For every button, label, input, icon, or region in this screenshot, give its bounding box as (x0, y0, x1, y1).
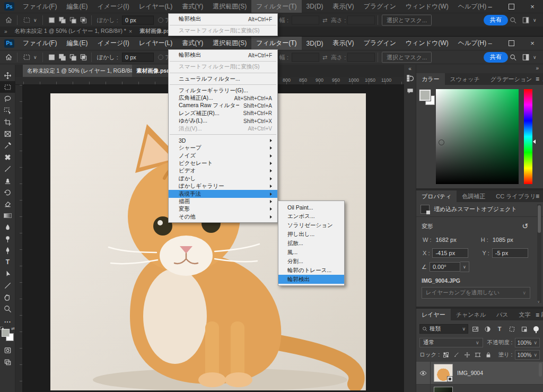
chevron-down-icon[interactable]: ∨ (460, 262, 469, 272)
filter-menu-item[interactable]: ニューラルフィルター... (169, 75, 277, 82)
filter-smart-object-icon[interactable] (519, 325, 529, 333)
home-icon[interactable] (5, 16, 13, 24)
menu-item[interactable]: 3D(D) (302, 37, 328, 50)
panel-tab[interactable]: CC ライブラリ (491, 190, 541, 202)
selection-intersect-icon[interactable] (80, 53, 87, 61)
panel-tab[interactable]: プロパティ (416, 190, 457, 202)
chevron-down-icon[interactable]: ∨ (33, 18, 37, 23)
minimize-button[interactable]: – (479, 0, 501, 13)
selection-new-icon[interactable] (48, 16, 56, 24)
object-selection-tool[interactable] (0, 104, 15, 116)
menu-item[interactable]: 選択範囲(S) (208, 37, 251, 50)
filter-menu-item[interactable]: ぼかし (169, 175, 277, 182)
submenu-item[interactable]: Oil Paint... (278, 203, 344, 212)
panel-tab[interactable]: パス (491, 309, 514, 320)
filter-menu-item[interactable] (170, 61, 276, 62)
filter-menu-item[interactable]: ビデオ (169, 167, 277, 175)
expand-panels-icon[interactable]: « (404, 66, 416, 72)
home-icon[interactable] (5, 53, 13, 61)
menu-item[interactable]: 3D(D) (302, 0, 328, 13)
filter-menu-item[interactable]: 表現手法 (169, 190, 277, 197)
menu-item[interactable]: 編集(E) (62, 37, 92, 50)
layer-comp-select[interactable]: レイヤーカンプを適用しない ∨ (422, 287, 530, 299)
maximize-button[interactable] (501, 0, 522, 13)
blend-mode-select[interactable]: 通常 ∨ (419, 338, 483, 347)
menu-item[interactable]: レイヤー(L) (134, 37, 178, 50)
screen-mode-button[interactable] (0, 356, 15, 368)
selection-add-icon[interactable] (58, 53, 66, 61)
menu-item[interactable]: イメージ(I) (92, 37, 134, 50)
submenu-item[interactable]: エンボス... (278, 212, 344, 221)
close-button[interactable]: × (522, 37, 543, 50)
menu-item[interactable]: 表示(V) (328, 37, 359, 50)
frame-tool[interactable] (0, 128, 15, 140)
workspace-layout-icon[interactable] (522, 53, 530, 61)
menu-item[interactable]: 表示(V) (328, 0, 359, 13)
height-input[interactable] (347, 53, 375, 62)
menu-item[interactable]: 編集(E) (62, 0, 92, 13)
anti-alias-checkbox[interactable] (158, 18, 163, 23)
filter-menu-item[interactable]: Camera Raw フィルター(C)... Shift+Ctrl+A (169, 102, 277, 109)
submenu-item[interactable]: 輪郭検出 (278, 275, 344, 284)
comments-panel-icon[interactable] (404, 84, 416, 97)
filter-menu-item[interactable]: その他 (169, 213, 277, 221)
filter-menu-item[interactable]: 消点(V)... Alt+Ctrl+V (169, 125, 277, 132)
hue-slider[interactable] (524, 89, 532, 184)
filter-type-layers-icon[interactable]: T (494, 325, 505, 333)
y-position-input[interactable]: -5 px (492, 248, 528, 258)
submenu-item[interactable]: 押し出し... (278, 230, 344, 239)
menu-item[interactable]: ファイル(F) (18, 0, 62, 13)
clone-stamp-tool[interactable] (0, 175, 15, 186)
panel-tab[interactable]: カラー (416, 73, 445, 85)
eraser-tool[interactable] (0, 198, 15, 210)
menu-item[interactable]: 書式(Y) (177, 37, 208, 50)
filter-menu-item[interactable] (170, 25, 276, 25)
lock-all-icon[interactable] (484, 351, 493, 359)
lock-transparency-icon[interactable] (442, 351, 450, 359)
lock-pixels-icon[interactable] (452, 351, 461, 359)
rectangular-marquee-tool[interactable] (0, 81, 15, 93)
rotation-input[interactable]: 0.00° (430, 262, 460, 272)
color-swatch-pair[interactable] (419, 90, 435, 106)
filter-menu-item[interactable]: 3D (169, 137, 277, 144)
filter-menu-item[interactable]: 輪郭検出 Alt+Ctrl+F (169, 51, 277, 59)
filter-menu-item[interactable]: 広角補正(A)... Alt+Shift+Ctrl+A (169, 94, 277, 102)
panel-menu-icon[interactable]: ≡ (536, 73, 539, 85)
lasso-tool[interactable] (0, 93, 15, 104)
properties-scrollbar[interactable]: ∨ (537, 204, 541, 303)
filter-menu-item[interactable]: レンズ補正(R)... Shift+Ctrl+R (169, 110, 277, 117)
workspace-layout-icon[interactable] (522, 16, 530, 24)
foreground-color-swatch[interactable] (419, 90, 431, 101)
foreground-color-swatch[interactable] (2, 329, 10, 337)
layers-scrollbar-thumb[interactable] (539, 363, 542, 377)
panel-menu-icon[interactable]: ≡ (536, 309, 539, 321)
panel-tab[interactable]: レイヤー (416, 309, 451, 320)
history-brush-tool[interactable] (0, 186, 15, 198)
crop-tool[interactable] (0, 116, 15, 128)
chevron-down-icon[interactable]: ∨ (533, 18, 537, 23)
scroll-down-icon[interactable]: ∨ (537, 300, 540, 304)
scrollbar-thumb[interactable] (538, 205, 541, 233)
select-and-mask-button[interactable]: 選択とマスク... (382, 51, 432, 63)
height-input[interactable] (347, 15, 375, 24)
menu-item[interactable]: プラグイン (359, 37, 401, 50)
filter-menu-item[interactable]: 変形 (169, 205, 277, 213)
filter-menu-item[interactable]: スマートフィルター用に変換(S) (169, 63, 277, 71)
selection-subtract-icon[interactable] (69, 16, 77, 24)
pen-tool[interactable] (0, 245, 15, 256)
fill-input[interactable]: 100% ∨ (515, 350, 540, 360)
move-tool[interactable] (0, 69, 15, 81)
panel-tab[interactable]: スウォッチ (445, 73, 485, 85)
hand-tool[interactable] (0, 291, 15, 303)
submenu-item[interactable]: 風... (278, 248, 344, 257)
layer-filter-select[interactable]: 種類 ∨ (419, 324, 468, 334)
lock-artboard-icon[interactable] (474, 351, 482, 359)
submenu-item[interactable]: 分割... (278, 257, 344, 266)
eyedropper-tool[interactable] (0, 140, 15, 151)
brush-tool[interactable] (0, 163, 15, 175)
line-tool[interactable] (0, 280, 15, 291)
panel-tab[interactable]: 文字 (514, 309, 536, 320)
gradient-tool[interactable] (0, 210, 15, 221)
panel-tab[interactable]: チャンネル (451, 309, 491, 320)
submenu-item[interactable]: 拡散... (278, 239, 344, 248)
